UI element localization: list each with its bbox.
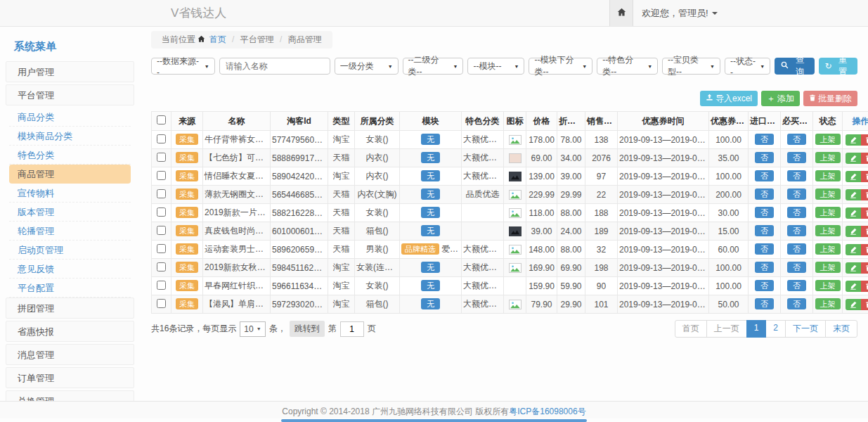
module-badge[interactable]: 无	[421, 134, 440, 145]
delete-button[interactable]	[861, 189, 868, 200]
page-button-下一页[interactable]: 下一页	[785, 320, 826, 338]
must-buy-toggle[interactable]: 否	[787, 243, 806, 255]
import-select-toggle[interactable]: 否	[755, 170, 774, 181]
sidebar-item-carousel-management[interactable]: 轮播管理	[9, 222, 131, 241]
row-checkbox[interactable]	[157, 207, 166, 217]
status-button[interactable]: 上架	[815, 262, 841, 273]
sidebar-item-platform-config[interactable]: 平台配置	[9, 279, 131, 298]
filter-select-status[interactable]: --状态--▼	[725, 58, 770, 75]
must-buy-toggle[interactable]: 否	[787, 170, 806, 181]
status-button[interactable]: 上架	[815, 188, 841, 200]
import-select-toggle[interactable]: 否	[755, 298, 774, 309]
filter-select-level2-category[interactable]: --二级分类--▼	[403, 58, 464, 75]
import-select-toggle[interactable]: 否	[755, 152, 774, 163]
reset-button[interactable]: ↻ 重置	[819, 58, 857, 75]
edit-button[interactable]	[846, 189, 861, 200]
source-badge[interactable]: 采集	[176, 298, 198, 309]
filter-select-level1-category[interactable]: 一级分类▼	[335, 58, 399, 75]
filter-select-item-type[interactable]: --宝贝类型--▼	[662, 58, 720, 75]
module-badge[interactable]: 无	[421, 152, 440, 163]
search-button[interactable]: 查询	[775, 58, 814, 75]
sidebar-item-message-management[interactable]: 消息管理	[6, 344, 134, 365]
source-badge[interactable]: 采集	[176, 207, 198, 218]
edit-button[interactable]	[846, 134, 861, 146]
per-page-select[interactable]: 10 ▼	[240, 321, 265, 337]
status-button[interactable]: 上架	[815, 134, 841, 145]
must-buy-toggle[interactable]: 否	[787, 207, 806, 218]
page-button-首页[interactable]: 首页	[675, 320, 707, 338]
import-select-toggle[interactable]: 否	[755, 262, 774, 273]
delete-button[interactable]	[861, 281, 868, 292]
edit-button[interactable]	[846, 207, 861, 219]
import-select-toggle[interactable]: 否	[755, 225, 774, 236]
edit-button[interactable]	[846, 226, 861, 237]
row-checkbox[interactable]	[157, 134, 166, 143]
import-excel-button[interactable]: 导入excel	[700, 91, 758, 106]
sidebar-item-product-category[interactable]: 商品分类	[9, 108, 131, 127]
row-checkbox[interactable]	[157, 299, 166, 308]
edit-button[interactable]	[846, 171, 861, 182]
delete-button[interactable]	[861, 134, 868, 146]
page-button-上一页[interactable]: 上一页	[706, 320, 747, 338]
status-button[interactable]: 上架	[815, 152, 841, 163]
sidebar-item-user-management[interactable]: 用户管理	[6, 61, 134, 82]
sidebar-item-product-management[interactable]: 商品管理	[9, 165, 131, 184]
page-button-末页[interactable]: 末页	[825, 320, 857, 338]
delete-button[interactable]	[861, 207, 868, 219]
sidebar-item-platform-management[interactable]: 平台管理	[6, 84, 134, 106]
jump-button[interactable]: 跳转到	[290, 321, 325, 337]
status-button[interactable]: 上架	[815, 207, 841, 218]
user-menu[interactable]: 欢迎您，管理员!	[633, 0, 726, 26]
delete-button[interactable]	[861, 262, 868, 274]
import-select-toggle[interactable]: 否	[755, 280, 774, 291]
delete-button[interactable]	[861, 153, 868, 164]
delete-button[interactable]	[861, 171, 868, 182]
filter-select-data-source[interactable]: --数据来源--▼	[151, 58, 215, 75]
sidebar-item-feature-category[interactable]: 特色分类	[9, 146, 131, 165]
source-badge[interactable]: 采集	[176, 262, 198, 273]
filter-input-product-name[interactable]	[219, 58, 330, 75]
edit-button[interactable]	[846, 299, 861, 310]
row-checkbox[interactable]	[157, 226, 166, 235]
row-checkbox[interactable]	[157, 281, 166, 290]
module-badge[interactable]: 无	[421, 280, 440, 291]
module-badge[interactable]: 无	[421, 170, 440, 181]
import-select-toggle[interactable]: 否	[755, 134, 774, 145]
module-badge[interactable]: 无	[421, 298, 440, 309]
edit-button[interactable]	[846, 153, 861, 164]
icp-link[interactable]: 粤ICP备16098006号	[509, 407, 585, 416]
horizontal-scrollbar-thumb[interactable]	[281, 419, 587, 422]
delete-button[interactable]	[861, 226, 868, 237]
page-number-input[interactable]	[340, 321, 364, 337]
source-badge[interactable]: 采集	[176, 134, 198, 145]
sidebar-item-saving-express[interactable]: 省惠快报	[6, 321, 134, 342]
sidebar-item-version-management[interactable]: 版本管理	[9, 203, 131, 222]
source-badge[interactable]: 采集	[176, 243, 198, 255]
module-badge[interactable]: 无	[421, 188, 440, 200]
must-buy-toggle[interactable]: 否	[787, 298, 806, 309]
add-button[interactable]: ＋ 添加	[761, 91, 800, 106]
import-select-toggle[interactable]: 否	[755, 188, 774, 200]
page-button-2[interactable]: 2	[765, 320, 786, 338]
sidebar-item-promo-material[interactable]: 宣传物料	[9, 184, 131, 203]
import-select-toggle[interactable]: 否	[755, 243, 774, 255]
select-all-checkbox[interactable]	[157, 115, 166, 124]
home-button[interactable]	[609, 0, 633, 26]
status-button[interactable]: 上架	[815, 280, 841, 291]
row-checkbox[interactable]	[157, 171, 166, 180]
must-buy-toggle[interactable]: 否	[787, 262, 806, 273]
edit-button[interactable]	[846, 262, 861, 274]
row-checkbox[interactable]	[157, 262, 166, 271]
module-badge[interactable]: 无	[421, 225, 440, 236]
batch-delete-button[interactable]: 批量删除	[803, 91, 857, 106]
sidebar-item-splash-page-management[interactable]: 启动页管理	[9, 241, 131, 260]
must-buy-toggle[interactable]: 否	[787, 280, 806, 291]
sidebar-item-exchange-management[interactable]: 兑换管理	[6, 390, 134, 401]
delete-button[interactable]	[861, 299, 868, 310]
sidebar-item-module-product-category[interactable]: 模块商品分类	[9, 127, 131, 146]
source-badge[interactable]: 采集	[176, 225, 198, 236]
source-badge[interactable]: 采集	[176, 170, 198, 181]
filter-select-feature-category[interactable]: --特色分类--▼	[597, 58, 658, 75]
filter-select-module-sub-category[interactable]: --模块下分类--▼	[529, 58, 592, 75]
sidebar-item-feedback[interactable]: 意见反馈	[9, 260, 131, 279]
